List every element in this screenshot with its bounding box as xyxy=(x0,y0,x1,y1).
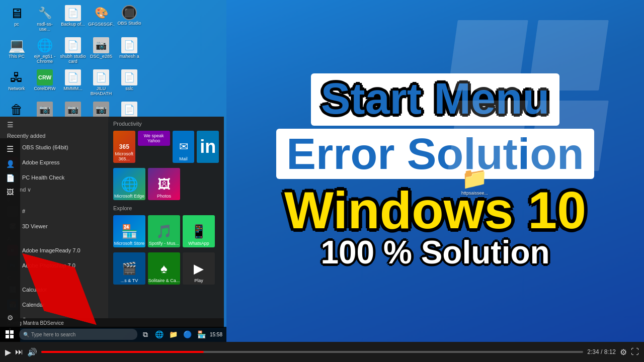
yt-fullscreen-icon[interactable]: ⛶ xyxy=(631,347,639,357)
desktop-icon-network[interactable]: 🖧 Network xyxy=(3,67,30,99)
svg-rect-1 xyxy=(10,330,14,334)
tile-movies[interactable]: 🎬 ...s & TV xyxy=(113,252,145,285)
whatsapp-icon: 📱 xyxy=(191,224,207,239)
title-windows10: Windows 10 xyxy=(284,184,586,236)
edge-icon: 🌐 xyxy=(121,176,138,193)
yt-skip-button[interactable]: ⏭ xyxy=(15,347,23,356)
yt-volume-icon[interactable]: 🔊 xyxy=(27,347,37,357)
yt-progress-fill xyxy=(41,351,204,353)
hamburger-icon[interactable]: ☰ xyxy=(7,121,14,129)
youtube-controls-bar: ▶ ⏭ 🔊 2:34 / 8:12 ⚙ ⛶ xyxy=(0,342,644,362)
start-menu: ☰ Recently added ⬛ OBS Studio (64bit) Ae… xyxy=(0,117,224,328)
desktop-icon-dsc285[interactable]: 📷 DSC_e285 xyxy=(88,35,115,66)
folder-label: httpsaissee... xyxy=(461,191,488,196)
svg-rect-0 xyxy=(6,330,9,334)
spotify-icon: 🎵 xyxy=(156,224,172,239)
desktop-icon-sslc[interactable]: 📄 sslc xyxy=(116,67,143,99)
tile-m365[interactable]: 365 Microsoft 365... xyxy=(113,131,135,163)
desktop-icon-mmm[interactable]: 📄 MMMM... xyxy=(59,67,87,99)
store-taskbar-icon[interactable]: 🏪 xyxy=(196,330,208,338)
tiles-row-prod1: 365 Microsoft 365... We speak Yahoo ✉ Ma… xyxy=(113,131,219,163)
desktop-icon-mahesh[interactable]: 📄 mahesh a xyxy=(116,35,143,66)
sidebar-docs-icon[interactable]: 📄 xyxy=(4,172,17,184)
tiles-row-exp1: 🏪 Microsoft Store 🎵 Spotify - Mus... 📱 W… xyxy=(113,215,219,247)
svg-rect-3 xyxy=(10,335,14,338)
solitaire-icon: ♠ xyxy=(160,261,168,277)
desktop-icon-thispc[interactable]: 💻 This PC xyxy=(3,35,30,66)
sidebar-pictures-icon[interactable]: 🖼 xyxy=(5,186,16,198)
desktop-folder[interactable]: 📁 httpsaissee... xyxy=(461,166,488,196)
svg-rect-2 xyxy=(6,335,9,338)
folder-icon: 📁 xyxy=(461,166,488,191)
desktop-icon-gfgs[interactable]: 🎨 GFGS6SGF... xyxy=(88,3,115,34)
chrome-taskbar-icon[interactable]: 🔵 xyxy=(182,330,194,338)
desktop-icon-shubh[interactable]: 📄 shubh studio card xyxy=(59,35,87,66)
desktop-icon-corel[interactable]: CRW CorelDRW xyxy=(31,67,58,99)
thumbnail-panel: Start Menu Error Solution Windows 10 100… xyxy=(226,0,644,342)
tiles-row-prod2: 🌐 Microsoft Edge 🖼 Photos xyxy=(113,168,219,200)
yt-progress-bar[interactable] xyxy=(41,351,583,353)
tile-linkedin[interactable]: in xyxy=(197,131,219,163)
desktop: 🖥 pc 🔧 nsdl-ss-use... 📄 Backup of... 🎨 G… xyxy=(0,0,226,342)
mail-icon: ✉ xyxy=(179,140,188,153)
tile-msstore[interactable]: 🏪 Microsoft Store xyxy=(113,215,145,247)
sidebar-account-icon[interactable]: 👤 xyxy=(4,158,17,170)
desktop-icons: 🖥 pc 🔧 nsdl-ss-use... 📄 Backup of... 🎨 G… xyxy=(0,0,146,131)
windows-logo-bg xyxy=(443,20,614,191)
tiles-row-exp2: 🎬 ...s & TV ♠ Solitaire & Ca... ▶ Play xyxy=(113,252,219,285)
tile-photos[interactable]: 🖼 Photos xyxy=(148,168,180,200)
play-icon: ▶ xyxy=(194,261,204,277)
explore-label: Explore xyxy=(113,205,219,211)
yt-right-controls: ⚙ ⛶ xyxy=(620,347,639,357)
search-icon: 🔍 xyxy=(23,332,29,337)
tile-edge[interactable]: 🌐 Microsoft Edge xyxy=(113,168,145,200)
desktop-icon-backup[interactable]: 📄 Backup of... xyxy=(59,3,87,34)
tile-mail[interactable]: ✉ Mail xyxy=(173,131,195,163)
start-button[interactable] xyxy=(2,327,17,341)
linkedin-icon: in xyxy=(200,136,216,157)
pinned-tiles: Productivity 365 Microsoft 365... We spe… xyxy=(108,117,224,318)
desktop-icon-chrome[interactable]: 🌐 ej#_eg51 - Chrome xyxy=(31,35,58,66)
tile-play[interactable]: ▶ Play xyxy=(183,252,215,285)
tile-whatsapp[interactable]: 📱 WhatsApp xyxy=(183,215,215,247)
desktop-icon-pc[interactable]: 🖥 pc xyxy=(3,3,30,34)
yt-settings-icon[interactable]: ⚙ xyxy=(620,347,627,357)
tile-spotify[interactable]: 🎵 Spotify - Mus... xyxy=(148,215,180,247)
yt-play-button[interactable]: ▶ xyxy=(5,347,11,357)
sidebar-hamburger-icon[interactable]: ☰ xyxy=(5,142,16,156)
sidebar-settings-icon[interactable]: ⚙ xyxy=(5,312,16,324)
desktop-icon-obs[interactable]: ⬛ OBS Studio xyxy=(116,3,143,34)
taskbar-clock: 15:58 xyxy=(210,332,224,337)
movies-icon: 🎬 xyxy=(122,261,137,276)
tile-solitaire[interactable]: ♠ Solitaire & Ca... xyxy=(148,252,180,285)
start-sidebar: ☰ 👤 📄 🖼 ⚙ ⏻ xyxy=(0,138,20,342)
photos-icon: 🖼 xyxy=(157,176,171,192)
edge-taskbar-icon[interactable]: 🌐 xyxy=(153,330,166,338)
desktop-icon-jilu[interactable]: 📄 JILU BHADATH xyxy=(88,67,115,99)
search-bar[interactable]: 🔍 Type here to search xyxy=(19,329,137,340)
folder-taskbar-icon[interactable]: 📁 xyxy=(168,330,180,338)
taskview-icon[interactable]: ⧉ xyxy=(139,330,151,339)
msstore-icon: 🏪 xyxy=(121,224,137,239)
title-solution: 100 % Solution xyxy=(320,236,549,268)
productivity-label: Productivity xyxy=(113,121,219,127)
taskbar: 🔍 Type here to search ⧉ 🌐 📁 🔵 🏪 15:58 xyxy=(0,327,226,342)
tile-yahoo-speak[interactable]: We speak Yahoo xyxy=(138,131,170,146)
yt-time: 2:34 / 8:12 xyxy=(587,348,616,355)
desktop-icon-nsd[interactable]: 🔧 nsdl-ss-use... xyxy=(31,3,58,34)
apps-list-header: ☰ xyxy=(0,117,108,131)
